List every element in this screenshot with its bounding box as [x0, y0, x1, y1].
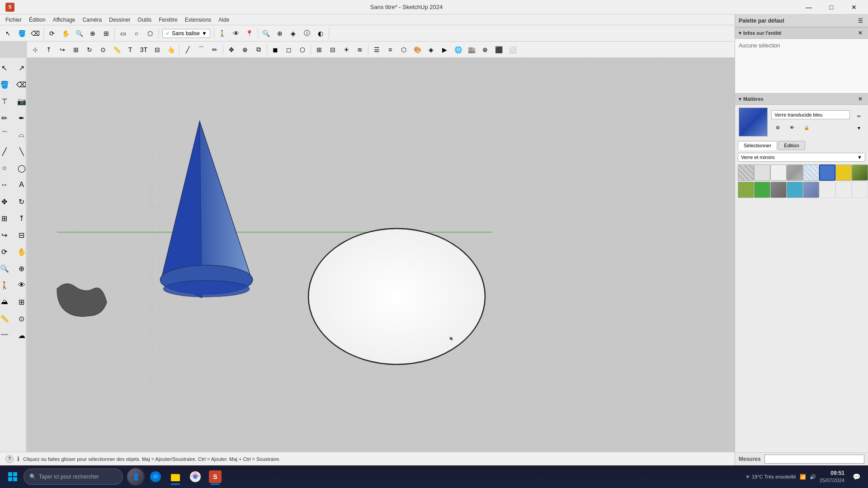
style-dropdown[interactable]: ✓ Sans balise ▼: [162, 29, 210, 38]
freehand-btn[interactable]: ✏: [208, 43, 221, 56]
camera-tool-btn[interactable]: 📷: [14, 93, 27, 109]
look-tool-btn[interactable]: 👁: [14, 277, 27, 293]
measures-input[interactable]: [764, 455, 864, 464]
scale-tool-btn[interactable]: ⊞: [0, 210, 13, 226]
dimension-btn[interactable]: ↔: [0, 177, 13, 193]
materials-dropdown[interactable]: Verre et miroirs ▼: [738, 153, 865, 162]
line-btn[interactable]: ╱: [181, 43, 194, 56]
menu-fichier[interactable]: Fichier: [2, 16, 25, 24]
arc-tool-btn[interactable]: ⌒: [0, 127, 13, 143]
arc-btn[interactable]: ⌒: [195, 43, 208, 56]
zoom-tool-btn[interactable]: 🔍: [0, 260, 13, 277]
close-button[interactable]: ✕: [844, 0, 864, 14]
pencil-btn[interactable]: ✏: [0, 110, 13, 126]
tape-btn[interactable]: 📏: [110, 43, 123, 56]
solid3-btn[interactable]: ⬡: [296, 43, 309, 56]
solid2-btn[interactable]: ◻: [283, 43, 295, 56]
look-btn[interactable]: 👁: [230, 27, 242, 40]
interact-btn[interactable]: 👆: [165, 43, 177, 56]
axes-btn[interactable]: ⊹: [29, 43, 42, 56]
shadows-btn[interactable]: ☀: [340, 43, 353, 56]
zoom-extents-btn[interactable]: ⊞: [313, 43, 326, 56]
component-btn[interactable]: ◈: [287, 27, 300, 40]
orbit-tool-btn[interactable]: ⟳: [0, 244, 13, 260]
followme-btn[interactable]: ↪: [56, 43, 69, 56]
swatch-grid-1[interactable]: [754, 164, 770, 181]
orbit-btn[interactable]: ⟳: [46, 27, 58, 40]
model-info-btn[interactable]: ⓘ: [301, 27, 313, 40]
swatch-grid-14[interactable]: [835, 182, 852, 198]
move-tool-btn[interactable]: ✥: [0, 193, 13, 210]
zoom-btn[interactable]: 🔍: [73, 27, 85, 40]
menu-affichage[interactable]: Affichage: [49, 16, 79, 24]
scale-btn[interactable]: ⊞: [70, 43, 82, 56]
zoom-window-tool-btn[interactable]: ⊕: [14, 260, 27, 277]
swatch-grid-6[interactable]: [835, 164, 852, 181]
entity-close-btn[interactable]: ✕: [856, 29, 864, 37]
select2-btn[interactable]: ↗: [14, 60, 27, 76]
3dtext-btn[interactable]: 3T: [137, 43, 150, 56]
edition-tab[interactable]: Édition: [778, 141, 805, 150]
mat-lock-btn[interactable]: 🔒: [800, 121, 813, 134]
swatch-grid-10[interactable]: [770, 182, 787, 198]
taskbar-sketchup-icon[interactable]: S: [206, 468, 224, 486]
search-btn[interactable]: 🔍: [260, 27, 273, 40]
menu-outils[interactable]: Outils: [134, 16, 156, 24]
pushpull-btn[interactable]: ⤒: [42, 43, 55, 56]
select-tool-btn[interactable]: ↖: [2, 27, 14, 40]
select-btn[interactable]: ↖: [0, 60, 13, 76]
top-view-btn[interactable]: ⊤: [0, 93, 13, 109]
help-icon-btn[interactable]: ?: [5, 455, 14, 463]
swatch-grid-4[interactable]: [803, 164, 819, 181]
components-btn[interactable]: ⬡: [397, 43, 410, 56]
move-btn[interactable]: ✥: [225, 43, 238, 56]
zoom-window-btn[interactable]: ⊕: [86, 27, 99, 40]
menu-edition[interactable]: Édition: [25, 16, 49, 24]
minimize-button[interactable]: —: [798, 0, 819, 14]
line2-btn[interactable]: ╲: [14, 143, 27, 160]
taskbar-chrome-icon[interactable]: [186, 468, 204, 486]
swatch-grid-0[interactable]: [738, 164, 754, 181]
polygon-btn[interactable]: ⬡: [144, 27, 156, 40]
tape-tool-btn[interactable]: 📏: [0, 310, 13, 327]
arc2-btn[interactable]: ⌓: [14, 127, 27, 143]
eraser-tool-btn[interactable]: ⌫: [14, 76, 27, 93]
shape-btn[interactable]: ○: [0, 160, 13, 176]
taskbar-files-icon[interactable]: [166, 468, 184, 486]
select-tab[interactable]: Sélectionner: [738, 141, 777, 150]
geo-btn[interactable]: 🌐: [452, 43, 464, 56]
start-button[interactable]: [4, 468, 22, 486]
walk-tool-btn[interactable]: 🚶: [0, 277, 13, 293]
swatch-grid-7[interactable]: [852, 164, 868, 181]
mat-eye-btn[interactable]: 👁: [786, 121, 798, 134]
mat-edit-btn[interactable]: ✏: [854, 111, 864, 122]
position-btn[interactable]: 📍: [243, 27, 256, 40]
swatch-grid-12[interactable]: [803, 182, 819, 198]
rotate-btn[interactable]: ↻: [83, 43, 96, 56]
section-btn[interactable]: ⊟: [151, 43, 164, 56]
entity-section-header[interactable]: ▾ Infos sur l'entité ✕: [735, 27, 868, 39]
solid-btn[interactable]: ◼: [269, 43, 282, 56]
rectangle-btn[interactable]: ▭: [117, 27, 129, 40]
maximize-button[interactable]: □: [821, 0, 842, 14]
move2-btn[interactable]: ⊕: [239, 43, 251, 56]
paint-btn[interactable]: 🪣: [0, 76, 13, 93]
materials-btn[interactable]: 🎨: [411, 43, 424, 56]
taskbar-user-avatar[interactable]: 👤: [127, 468, 145, 486]
walk-btn[interactable]: 🚶: [216, 27, 229, 40]
materials-section-header[interactable]: ▾ Matières ✕: [735, 93, 868, 105]
material-name-input[interactable]: Verre translucide bleu: [771, 110, 850, 119]
circle-btn[interactable]: ○: [130, 27, 143, 40]
section-cut-btn[interactable]: ⊟: [14, 227, 27, 243]
swatch-grid-8[interactable]: [738, 182, 754, 198]
stamp-btn[interactable]: ⊞: [14, 294, 27, 310]
mat-options-btn[interactable]: ⚙: [771, 121, 784, 134]
pan-tool-btn[interactable]: ✋: [14, 244, 27, 260]
panel-options-btn[interactable]: ☰: [856, 17, 864, 25]
smoke-btn[interactable]: ☁: [14, 327, 27, 343]
render-btn[interactable]: ◐: [314, 27, 327, 40]
protractor-btn[interactable]: ⊙: [14, 310, 27, 327]
mat-down-btn[interactable]: ▼: [854, 122, 864, 133]
menu-extensions[interactable]: Extensions: [181, 16, 215, 24]
fog-btn[interactable]: ≋: [354, 43, 366, 56]
